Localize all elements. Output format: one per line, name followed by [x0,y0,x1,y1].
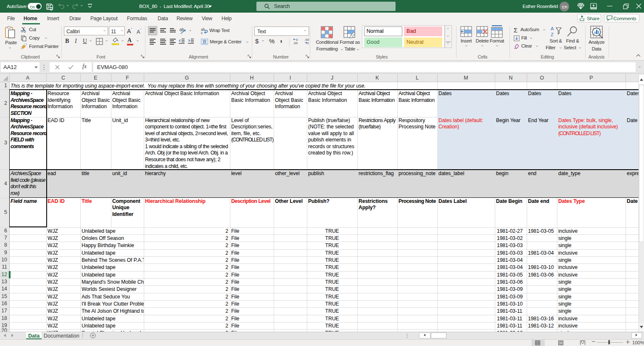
svg-text:Z: Z [551,32,554,37]
svg-text:.00: .00 [293,41,298,45]
svg-text:A: A [551,26,554,31]
svg-text:0: 0 [307,41,309,45]
